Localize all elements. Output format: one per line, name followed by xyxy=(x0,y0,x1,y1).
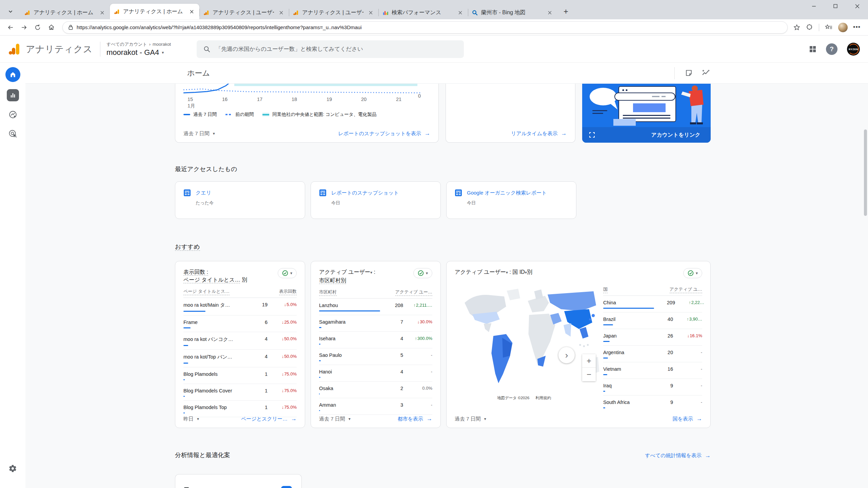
new-tab-button[interactable]: + xyxy=(560,6,572,17)
metric-column-header[interactable]: アクティブ ユー… xyxy=(395,289,432,296)
table-row[interactable]: Vietnam16- xyxy=(603,362,702,379)
forward-button[interactable] xyxy=(18,22,30,33)
extensions-puzzle-icon[interactable] xyxy=(806,24,813,31)
tab-close-icon[interactable] xyxy=(188,8,195,15)
table-row[interactable]: moo ra kot/Top バン…4↓50.0% xyxy=(183,350,297,367)
apps-grid-icon[interactable] xyxy=(809,45,816,53)
metric-column-header[interactable]: アクティブ ユ… xyxy=(670,286,702,293)
account-switcher[interactable]: すべてのアカウント › moorakot moorakot - GA4 ▾ xyxy=(106,41,171,57)
notes-icon[interactable] xyxy=(685,69,693,77)
browser-tab[interactable]: アナリティクス | ユーザー属性の詳細: 市 xyxy=(289,6,378,19)
table-row[interactable]: Osaka20.0% xyxy=(319,382,432,398)
world-map[interactable]: + − 地図データ ©2026 利用規約 xyxy=(451,284,600,404)
main-scroll-area[interactable]: 15 16 17 18 19 20 21 1月 0 xyxy=(25,84,868,488)
window-minimize-button[interactable] xyxy=(803,0,825,12)
map-zoom-out-button[interactable]: − xyxy=(582,368,596,381)
back-button[interactable] xyxy=(5,22,16,33)
view-pages-link[interactable]: ページとスクリー…→ xyxy=(241,415,297,422)
table-row[interactable]: Hanoi4- xyxy=(319,365,432,382)
recent-item-title[interactable]: Google オーガニック検索レポート xyxy=(467,190,547,196)
map-terms-link[interactable]: 利用規約 xyxy=(534,395,553,401)
table-row[interactable]: Blog Plamodels1↓75.0% xyxy=(183,367,297,384)
tab-search-button[interactable] xyxy=(5,6,16,17)
table-row[interactable]: Sao Paulo5- xyxy=(319,348,432,365)
nav-advertising-icon[interactable] xyxy=(7,128,19,140)
user-avatar[interactable]: RYZEN xyxy=(847,43,860,56)
home-button[interactable] xyxy=(45,22,57,33)
chevron-down-icon: ▾ xyxy=(162,50,164,55)
address-bar[interactable]: https://analytics.google.com/analytics/w… xyxy=(62,21,788,34)
view-all-insights-link[interactable]: すべての統計情報を表示→ xyxy=(645,452,711,459)
insight-status-selector[interactable]: ▾ xyxy=(413,268,432,278)
arrow-right-icon: → xyxy=(291,415,297,422)
tab-close-icon[interactable] xyxy=(546,9,553,16)
toolbar-right-icons: ••• xyxy=(793,23,863,32)
view-countries-link[interactable]: 国を表示→ xyxy=(673,415,702,422)
table-row[interactable]: moo ra kot バンコク…4↓50.0% xyxy=(183,332,297,350)
view-realtime-link[interactable]: リアルタイムを表示→ xyxy=(511,130,567,137)
browser-tab[interactable]: アナリティクス | ホーム xyxy=(20,6,110,19)
tab-close-icon[interactable] xyxy=(367,9,374,16)
insight-status-selector[interactable]: ▾ xyxy=(683,268,702,278)
recent-item-title[interactable]: レポートのスナップショット xyxy=(331,190,399,196)
table-row[interactable]: Frame6↓25.0% xyxy=(183,316,297,332)
browser-profile-avatar[interactable] xyxy=(838,23,848,32)
search-input[interactable]: 「先週の米国からのユーザー数」と検索してみてください xyxy=(197,40,464,58)
table-row[interactable]: Sagamihara7↓30.0% xyxy=(319,315,432,332)
dimension-column-header[interactable]: 市区町村 xyxy=(319,289,337,296)
window-close-button[interactable] xyxy=(846,0,868,12)
map-zoom-in-button[interactable]: + xyxy=(582,354,596,368)
check-circle-icon xyxy=(282,270,288,276)
collections-icon[interactable] xyxy=(825,24,833,31)
table-row[interactable]: Iraq9- xyxy=(603,379,702,395)
table-row[interactable]: Lanzhou208↑2,211.… xyxy=(319,299,432,315)
settings-gear-icon[interactable] xyxy=(7,462,19,474)
table-row[interactable]: South Africa9- xyxy=(603,395,702,412)
date-range-selector[interactable]: 過去 7 日間▾ xyxy=(183,130,215,137)
table-row[interactable]: Isehara4↑300.0% xyxy=(319,332,432,348)
insights-icon[interactable] xyxy=(702,69,710,77)
browser-tab-active[interactable]: アナリティクス | ホーム xyxy=(110,4,199,19)
recent-item-title[interactable]: クエリ xyxy=(196,190,211,196)
tab-close-icon[interactable] xyxy=(277,9,285,16)
date-range-selector[interactable]: 昨日▾ xyxy=(183,416,199,422)
recent-item-card[interactable]: レポートのスナップショット 今日 xyxy=(311,181,441,219)
nav-explore-icon[interactable] xyxy=(7,108,19,121)
row-name: South Africa xyxy=(603,400,652,405)
view-report-snapshot-link[interactable]: レポートのスナップショットを表示→ xyxy=(338,130,430,137)
tab-close-icon[interactable] xyxy=(456,9,464,16)
browser-tab[interactable]: アナリティクス | ユーザー属性の詳細: 国 xyxy=(199,6,289,19)
dimension-column-header[interactable]: ページ タイトルとス… xyxy=(183,288,230,295)
link-accounts-button[interactable]: アカウントをリンク xyxy=(582,127,711,143)
nav-home-icon[interactable] xyxy=(5,67,20,82)
partial-insight-card[interactable] xyxy=(175,474,302,488)
dimension-column-header[interactable]: 国 xyxy=(603,286,608,293)
window-maximize-button[interactable] xyxy=(825,0,846,12)
next-cards-button[interactable]: › xyxy=(558,347,575,363)
table-row[interactable]: Argentina20- xyxy=(603,346,702,362)
row-change: ↓75.0% xyxy=(268,405,297,410)
overview-snapshot-card: 15 16 17 18 19 20 21 1月 0 xyxy=(175,84,439,143)
table-row[interactable]: China209↑2,22… xyxy=(603,296,702,312)
metric-column-header[interactable]: 表示回数 xyxy=(279,288,297,295)
table-row[interactable]: moo ra kot/Main タ…19↓5.0% xyxy=(183,298,297,316)
table-row[interactable]: Brazil40↑3,90… xyxy=(603,312,702,329)
row-name: Brazil xyxy=(603,317,652,322)
tab-close-icon[interactable] xyxy=(98,9,106,16)
view-cities-link[interactable]: 都市を表示→ xyxy=(398,415,432,422)
help-icon[interactable]: ? xyxy=(826,43,837,55)
browser-menu-icon[interactable]: ••• xyxy=(853,24,861,31)
recent-item-card[interactable]: クエリ たった今 xyxy=(175,181,305,219)
table-row[interactable]: Japan26↓16.1% xyxy=(603,329,702,346)
nav-reports-icon[interactable] xyxy=(7,89,19,101)
date-range-selector[interactable]: 過去 7 日間▾ xyxy=(319,416,351,422)
recent-item-card[interactable]: Google オーガニック検索レポート 今日 xyxy=(446,181,576,219)
page-scrollbar-thumb[interactable] xyxy=(864,129,867,216)
insight-status-selector[interactable]: ▾ xyxy=(278,268,297,278)
reload-button[interactable] xyxy=(32,22,43,33)
favorite-star-icon[interactable] xyxy=(793,24,801,31)
table-row[interactable]: Blog Plamodels Cover1↓75.0% xyxy=(183,384,297,401)
browser-tab[interactable]: 検索パフォーマンス xyxy=(378,6,468,19)
browser-tab[interactable]: 蘭州市 - Bing 地図 xyxy=(468,6,557,19)
date-range-selector[interactable]: 過去 7 日間▾ xyxy=(455,416,486,422)
